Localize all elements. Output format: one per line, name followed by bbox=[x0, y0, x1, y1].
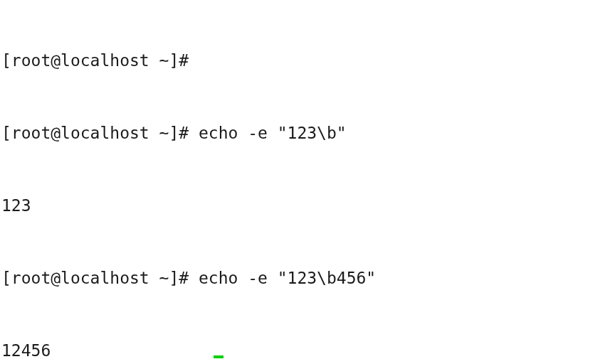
terminal-line: 12456 bbox=[1, 338, 610, 363]
terminal-line: [root@localhost ~]# echo -e "123\b" bbox=[1, 121, 610, 145]
terminal-line: [root@localhost ~]# echo -e "123\b456" bbox=[1, 266, 610, 290]
terminal-line: 123 bbox=[1, 193, 610, 218]
terminal-line: [root@localhost ~]# bbox=[1, 48, 610, 73]
terminal[interactable]: [root@localhost ~]# [root@localhost ~]# … bbox=[0, 0, 610, 364]
cursor-icon bbox=[214, 355, 224, 358]
